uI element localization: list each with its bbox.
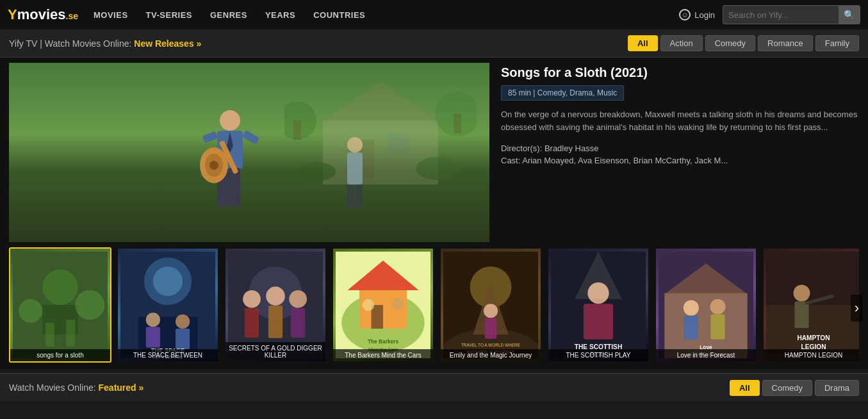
svg-rect-51 — [291, 308, 305, 338]
svg-rect-66 — [485, 318, 497, 338]
thumb8-art: HAMPTON LEGION — [766, 251, 859, 359]
thumb7-label: Love in the Forecast — [656, 349, 756, 361]
next-arrow-button[interactable]: › — [851, 295, 863, 322]
svg-text:HAMPTON: HAMPTON — [797, 335, 830, 342]
nav-genres[interactable]: GENRES — [201, 0, 256, 29]
svg-point-30 — [19, 299, 42, 323]
nav-tv-series[interactable]: TV-SERIES — [137, 0, 201, 29]
new-releases-prefix: Yify TV | Watch Movies Online: — [9, 38, 131, 49]
svg-point-50 — [289, 290, 307, 308]
filter-comedy[interactable]: Comedy — [705, 35, 755, 51]
scene-decoration — [284, 69, 477, 185]
svg-rect-49 — [268, 306, 283, 338]
filter-family[interactable]: Family — [815, 35, 859, 51]
thumb6-label: THE SCOTTISH PLAY — [548, 349, 648, 361]
svg-rect-32 — [45, 323, 54, 347]
thumbnails-row: songs for a sloth THE SPACE BETWEEN — [9, 247, 859, 363]
svg-rect-80 — [684, 316, 698, 340]
user-icon: ☺ — [679, 9, 691, 21]
nav-movies[interactable]: MOVIES — [85, 0, 137, 29]
featured-filter-comedy[interactable]: Comedy — [762, 380, 812, 396]
svg-rect-26 — [356, 185, 363, 209]
thumb-love-forecast[interactable]: Love in the Forecast Love in the Forecas… — [655, 247, 757, 363]
thumb-gold-digger[interactable]: SECRETS OF A GOLD DIGGER KILLER — [224, 247, 327, 363]
thumb-emily[interactable]: TRAVEL TO A WORLD WHERE ANYTHING IS POSS… — [439, 247, 542, 363]
svg-text:TRAVEL TO A WORLD WHERE: TRAVEL TO A WORLD WHERE — [461, 343, 521, 347]
thumb7-art: Love in the Forecast — [659, 251, 753, 359]
svg-rect-82 — [710, 315, 725, 340]
new-releases-bar: Yify TV | Watch Movies Online: New Relea… — [0, 29, 868, 58]
svg-point-31 — [75, 290, 104, 320]
featured-image[interactable] — [9, 63, 489, 242]
search-input[interactable] — [723, 10, 839, 20]
svg-rect-41 — [176, 329, 190, 349]
svg-point-58 — [392, 298, 404, 310]
svg-text:The Barkers: The Barkers — [368, 338, 398, 345]
thumb-hampton-legion[interactable]: HAMPTON LEGION HAMPTON LEGION — [762, 247, 859, 363]
search-button[interactable]: 🔍 — [839, 5, 860, 24]
filter-all[interactable]: All — [628, 35, 658, 51]
svg-point-65 — [484, 304, 498, 318]
thumb4-art: The Barkers Mind the Cars — [336, 251, 430, 359]
svg-rect-56 — [372, 305, 384, 329]
svg-rect-88 — [794, 301, 808, 328]
logo[interactable]: Ymovies.se — [8, 6, 78, 23]
thumb2-label: THE SPACE BETWEEN — [118, 349, 218, 361]
thumb-songs-for-a-sloth[interactable]: songs for a sloth — [9, 247, 111, 363]
featured-info: Songs for a Sloth (2021) 85 min | Comedy… — [501, 63, 859, 165]
svg-point-36 — [153, 267, 183, 296]
svg-point-57 — [363, 299, 375, 311]
thumb1-label: songs for a sloth — [10, 349, 110, 361]
featured-section-bar: Watch Movies Online: Featured » All Come… — [0, 373, 868, 401]
thumb-barkers[interactable]: The Barkers Mind the Cars The Barkers Mi… — [332, 247, 434, 363]
svg-rect-47 — [245, 308, 259, 338]
featured-filter-drama[interactable]: Drama — [815, 380, 859, 396]
svg-rect-3 — [387, 133, 409, 152]
featured-heading: Featured » — [99, 382, 144, 393]
svg-rect-39 — [146, 327, 160, 347]
thumb-space-between[interactable]: THE SPACE BETWEEN THE SPACE BETWEEN — [117, 247, 219, 363]
svg-point-38 — [146, 313, 160, 327]
featured-description: On the verge of a nervous breakdown, Max… — [501, 108, 859, 133]
thumb1-art — [13, 251, 108, 359]
new-releases-filters: All Action Comedy Romance Family — [628, 35, 859, 51]
filter-action[interactable]: Action — [660, 35, 703, 51]
svg-point-8 — [297, 162, 336, 181]
svg-point-46 — [243, 290, 261, 308]
thumb6-art: THE SCOTTISH PLAY — [551, 251, 646, 359]
svg-rect-16 — [242, 130, 260, 145]
svg-rect-33 — [66, 320, 75, 347]
nav-countries[interactable]: COUNTRIES — [304, 0, 374, 29]
header: Ymovies.se MOVIES TV-SERIES GENRES YEARS… — [0, 0, 868, 29]
featured-filter-all[interactable]: All — [730, 380, 760, 396]
svg-point-23 — [347, 137, 363, 152]
featured-filters: All Comedy Drama — [730, 380, 859, 396]
login-label: Login — [694, 10, 715, 20]
new-releases-heading: New Releases » — [134, 38, 201, 49]
header-right: ☺ Login 🔍 — [679, 5, 860, 24]
featured-prefix: Watch Movies Online: — [9, 382, 96, 393]
login-button[interactable]: ☺ Login — [679, 9, 715, 21]
guitar-player — [192, 101, 268, 229]
featured-section: Songs for a Sloth (2021) 85 min | Comedy… — [0, 58, 868, 247]
thumb5-art: TRAVEL TO A WORLD WHERE ANYTHING IS POSS… — [443, 251, 538, 359]
svg-point-48 — [266, 286, 285, 306]
thumb8-label: HAMPTON LEGION — [764, 349, 859, 361]
background-person — [336, 133, 374, 210]
new-releases-title: Yify TV | Watch Movies Online: New Relea… — [9, 38, 628, 49]
thumb-scottish-play[interactable]: THE SCOTTISH PLAY THE SCOTTISH PLAY — [547, 247, 650, 363]
svg-point-19 — [209, 161, 218, 170]
svg-point-79 — [684, 300, 699, 316]
movie-meta: 85 min | Comedy, Drama, Music — [501, 85, 624, 101]
filter-romance[interactable]: Romance — [758, 35, 813, 51]
featured-section-title: Watch Movies Online: Featured » — [9, 382, 730, 393]
svg-rect-24 — [347, 152, 363, 185]
nav-years[interactable]: YEARS — [256, 0, 304, 29]
thumb5-label: Emily and the Magic Journey — [441, 349, 541, 361]
search-box: 🔍 — [723, 5, 860, 24]
svg-point-81 — [710, 299, 725, 315]
svg-rect-25 — [347, 185, 354, 209]
thumb4-label: The Barkers Mind the Cars — [333, 349, 433, 361]
svg-rect-15 — [202, 131, 218, 144]
svg-point-28 — [42, 270, 78, 306]
